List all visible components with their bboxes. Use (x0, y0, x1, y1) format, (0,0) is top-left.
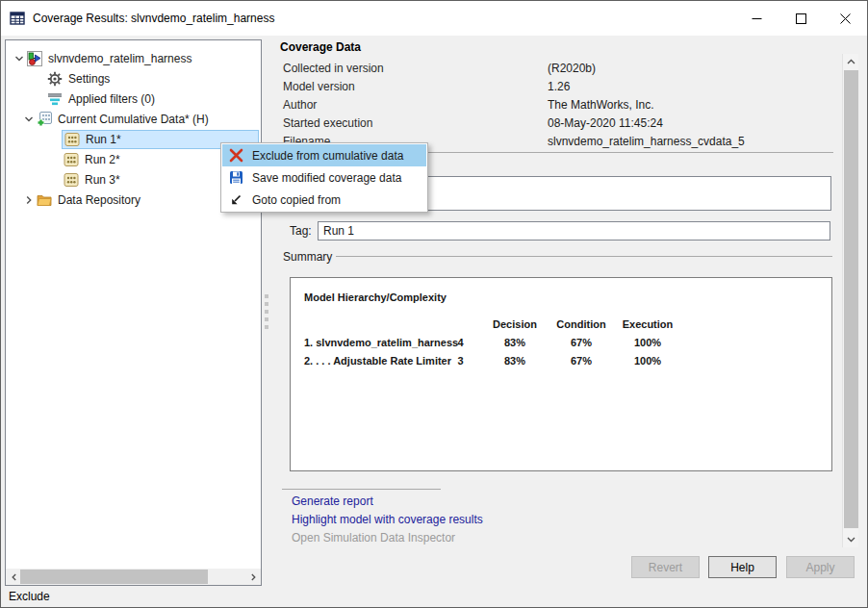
row-complexity: 4 (444, 337, 477, 348)
tree-item-settings[interactable]: Settings (6, 68, 261, 89)
coverage-data-section-title: Coverage Data (280, 40, 361, 54)
summary-table: Model Hierarchy/Complexity Decision Cond… (290, 277, 832, 471)
row-decision: 83% (477, 355, 552, 367)
folder-icon (37, 192, 52, 208)
row-condition: 67% (552, 355, 610, 367)
menu-item-label: Save modified coverage data (252, 171, 401, 185)
highlight-model-link[interactable]: Highlight model with coverage results (292, 513, 483, 531)
row-execution: 100% (610, 337, 685, 348)
status-bar-text: Exclude (9, 590, 50, 603)
horizontal-scroll-thumb[interactable] (20, 570, 208, 584)
field-label: Collected in version (283, 62, 548, 75)
field-row: Started execution 08-May-2020 11:45:24 (283, 114, 836, 132)
coverage-results-app-icon (10, 11, 25, 26)
tag-label: Tag: (290, 224, 312, 238)
links-separator (282, 489, 441, 490)
cumulative-data-icon (37, 112, 52, 127)
scroll-up-arrow-icon[interactable] (843, 54, 859, 70)
revert-button: Revert (631, 556, 700, 578)
help-button[interactable]: Help (708, 556, 777, 578)
menu-item-label: Goto copied from (252, 193, 341, 207)
menu-item-save[interactable]: Save modified coverage data (222, 166, 426, 189)
exclude-red-x-icon (222, 148, 249, 163)
title-bar: Coverage Results: slvnvdemo_ratelim_harn… (1, 1, 867, 36)
tree-item-cumulative-data[interactable]: Current Cumulative Data* (H) (6, 109, 261, 129)
filter-icon (47, 91, 63, 107)
run-data-icon (64, 132, 80, 147)
tree-item-applied-filters[interactable]: Applied filters (0) (6, 89, 261, 109)
field-row: Model version 1.26 (283, 77, 836, 95)
vertical-scroll-thumb[interactable] (844, 70, 858, 528)
run-data-icon (64, 172, 79, 188)
tree-item-label: slvnvdemo_ratelim_harness (48, 52, 191, 65)
tree-item-label: Data Repository (58, 193, 140, 207)
field-value: The MathWorks, Inc. (548, 98, 653, 112)
row-complexity: 3 (444, 355, 477, 367)
window-title: Coverage Results: slvnvdemo_ratelim_harn… (33, 12, 274, 25)
minimize-button[interactable] (734, 1, 779, 36)
field-label: Started execution (283, 116, 548, 130)
panel-splitter[interactable] (265, 294, 268, 329)
chevron-right-icon[interactable] (21, 192, 37, 208)
gear-icon (47, 71, 63, 87)
menu-item-goto[interactable]: Goto copied from (222, 189, 426, 211)
field-label: Author (283, 98, 548, 112)
chevron-down-icon[interactable] (21, 112, 37, 127)
row-decision: 83% (477, 337, 552, 348)
column-header: Decision (477, 318, 552, 330)
results-tree-panel: slvnvdemo_ratelim_harness Settings Appli… (5, 39, 262, 586)
tree-item-label: Run 3* (85, 173, 120, 187)
tree-horizontal-scrollbar[interactable] (6, 569, 261, 585)
right-panel-scrollbar[interactable] (842, 54, 858, 547)
field-value: 1.26 (548, 80, 570, 93)
tree-item-label: Current Cumulative Data* (H) (58, 113, 209, 126)
minimize-icon (752, 13, 762, 24)
apply-button: Apply (786, 556, 855, 578)
model-icon (27, 51, 42, 66)
menu-item-label: Exclude from cumulative data (252, 149, 403, 163)
summary-header-row: Decision Condition Execution (304, 315, 818, 333)
column-header: Execution (610, 318, 685, 330)
field-row: Collected in version (R2020b) (283, 59, 836, 77)
field-value: slvnvdemo_ratelim_harness_cvdata_5 (548, 135, 745, 148)
maximize-icon (796, 13, 806, 24)
window-controls (734, 1, 867, 36)
row-name: 1. slvnvdemo_ratelim_harness (304, 337, 444, 348)
generate-report-link[interactable]: Generate report (292, 494, 483, 513)
row-execution: 100% (610, 355, 685, 367)
tree-item-label: Run 1* (86, 133, 121, 146)
scroll-right-arrow-icon[interactable] (244, 569, 261, 585)
close-icon (840, 13, 851, 24)
field-label: Model version (283, 80, 548, 93)
close-button[interactable] (823, 1, 867, 36)
menu-item-exclude[interactable]: Exclude from cumulative data (222, 144, 426, 166)
save-floppy-icon (222, 170, 249, 185)
coverage-data-fields: Collected in version (R2020b) Model vers… (283, 59, 836, 150)
summary-table-title: Model Hierarchy/Complexity (304, 291, 818, 310)
row-name: 2. . . . Adjustable Rate Limiter (304, 355, 444, 367)
tag-input[interactable]: Run 1 (318, 221, 830, 241)
coverage-results-window: Coverage Results: slvnvdemo_ratelim_harn… (0, 0, 868, 608)
field-row: Author The MathWorks, Inc. (283, 95, 836, 114)
goto-arrow-icon (222, 193, 249, 206)
tree-item-label: Run 2* (85, 153, 120, 166)
summary-section-title: Summary (283, 250, 332, 264)
table-row[interactable]: 1. slvnvdemo_ratelim_harness 4 83% 67% 1… (304, 333, 818, 351)
summary-separator (336, 256, 832, 257)
field-value: (R2020b) (548, 62, 596, 75)
chevron-down-icon[interactable] (12, 51, 27, 66)
tree-item-model[interactable]: slvnvdemo_ratelim_harness (6, 48, 261, 68)
open-sdi-link: Open Simulation Data Inspector (292, 531, 483, 549)
context-menu: Exclude from cumulative data Save modifi… (220, 142, 428, 213)
column-header: Condition (552, 318, 610, 330)
tree-item-label: Applied filters (0) (68, 92, 155, 106)
action-links: Generate report Highlight model with cov… (292, 494, 483, 549)
run-data-icon (64, 152, 79, 167)
maximize-button[interactable] (779, 1, 823, 36)
scroll-down-arrow-icon[interactable] (843, 531, 859, 547)
field-value: 08-May-2020 11:45:24 (548, 116, 663, 130)
row-condition: 67% (552, 337, 610, 348)
table-row[interactable]: 2. . . . Adjustable Rate Limiter 3 83% 6… (304, 351, 818, 369)
tree-item-label: Settings (68, 72, 110, 86)
